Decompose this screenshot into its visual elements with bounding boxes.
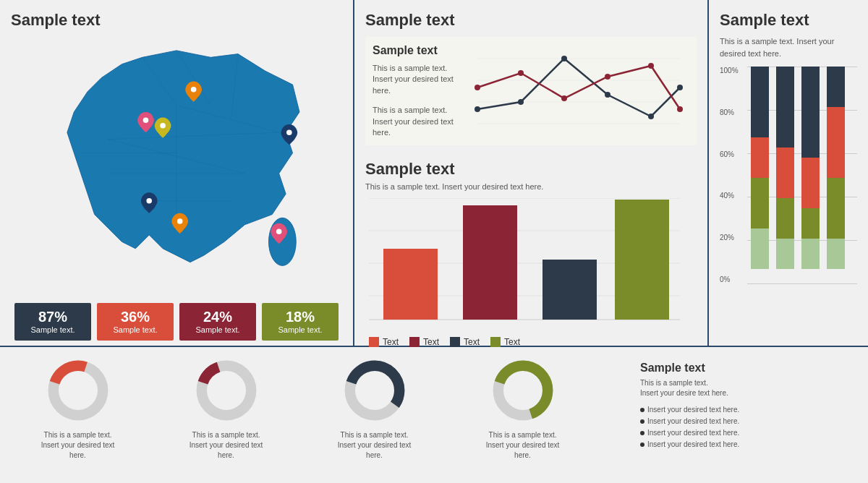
legend-label-2: Text [423, 337, 439, 347]
svg-rect-56 [776, 198, 794, 239]
donut-item-4: This is a sample text.Insert your desire… [456, 358, 590, 461]
svg-rect-47 [463, 205, 517, 320]
donut-text-3: This is a sample text.Insert your desire… [338, 430, 412, 461]
svg-point-22 [177, 218, 183, 224]
svg-point-40 [677, 106, 683, 112]
legend-dot-1 [369, 337, 379, 347]
bullet-2: Insert your desired text here. [640, 416, 850, 427]
bullet-1: Insert your desired text here. [640, 404, 850, 416]
donut-svg-1 [46, 358, 111, 423]
bullet-text-2: Insert your desired text here. [647, 416, 739, 427]
svg-rect-64 [827, 178, 845, 239]
right-panel: Sample text This is a sample text. Inser… [709, 0, 868, 346]
france-svg [32, 37, 321, 283]
svg-rect-57 [776, 239, 794, 269]
svg-point-12 [191, 87, 197, 93]
stat-percent-3: 24% [184, 309, 252, 325]
legend-label-4: Text [504, 337, 520, 347]
bullet-3: Insert your desired text here. [640, 427, 850, 439]
stat-percent-2: 36% [101, 309, 169, 325]
donut-svg-2 [194, 358, 259, 423]
svg-rect-58 [801, 67, 820, 158]
donut-item-3: This is a sample text.Insert your desire… [307, 358, 441, 461]
svg-point-29 [475, 106, 480, 112]
svg-rect-61 [801, 239, 820, 269]
bar-legend: Text Text Text Text [369, 337, 697, 347]
donut-svg-4 [490, 358, 556, 423]
svg-point-18 [286, 129, 292, 135]
y-label-100: 100% [720, 67, 739, 74]
svg-point-14 [143, 117, 149, 123]
line-chart-text2: This is a sample text. Insert your desir… [373, 105, 459, 138]
svg-rect-55 [776, 148, 794, 198]
stat-percent-1: 87% [19, 309, 87, 325]
line-chart-title: Sample text [373, 44, 459, 57]
bullet-dot-3 [640, 431, 644, 435]
legend-dot-2 [409, 337, 420, 347]
bottom-panel-desc: This is a sample text.Insert your desire… [640, 378, 850, 398]
right-title: Sample text [720, 11, 857, 30]
svg-point-35 [475, 85, 480, 90]
y-label-0: 0% [720, 275, 739, 283]
svg-rect-48 [542, 260, 597, 320]
line-chart-section: Sample text This is a sample text. Inser… [365, 37, 697, 145]
stat-label-2: Sample text. [101, 325, 169, 335]
svg-rect-65 [827, 239, 845, 269]
svg-rect-52 [751, 178, 769, 228]
bar-chart-section: Sample text This is a sample text. Inser… [365, 156, 697, 351]
svg-point-30 [518, 99, 524, 105]
line-chart-text1: This is a sample text. Insert your desir… [373, 63, 459, 96]
stat-box-4: 18% Sample text. [262, 303, 339, 341]
legend-2: Text [409, 337, 439, 347]
stat-label-3: Sample text. [184, 325, 252, 335]
legend-label-3: Text [464, 337, 480, 347]
svg-rect-62 [827, 67, 845, 107]
donut-text-1: This is a sample text.Insert your desire… [41, 430, 115, 461]
y-label-80: 80% [720, 108, 739, 116]
bullet-dot-4 [640, 443, 644, 447]
svg-point-37 [561, 95, 567, 101]
map-panel: Sample text [0, 0, 354, 346]
svg-rect-46 [383, 249, 438, 320]
middle-title: Sample text [365, 11, 697, 30]
right-text: This is a sample text. Insert your desir… [720, 35, 857, 59]
legend-1: Text [369, 337, 399, 347]
bottom-panel-title: Sample text [640, 362, 850, 375]
svg-point-36 [518, 70, 524, 76]
bottom-bullet-list: Insert your desired text here. Insert yo… [640, 404, 850, 450]
bullet-text-4: Insert your desired text here. [647, 439, 739, 450]
bar-chart-title: Sample text [365, 160, 697, 179]
svg-point-16 [160, 123, 166, 129]
legend-dot-4 [490, 337, 501, 347]
y-label-40: 40% [720, 192, 739, 200]
stat-label-1: Sample text. [19, 325, 87, 335]
svg-point-31 [561, 56, 567, 61]
france-map [32, 37, 321, 297]
legend-3: Text [450, 337, 480, 347]
svg-rect-50 [751, 67, 769, 137]
line-chart-svg [474, 44, 684, 131]
map-title: Sample text [11, 11, 342, 30]
bar-chart-desc: This is a sample text. Insert your desir… [365, 182, 697, 191]
stat-box-3: 24% Sample text. [179, 303, 256, 341]
svg-point-39 [648, 63, 654, 69]
svg-point-32 [605, 92, 610, 98]
svg-point-34 [677, 85, 683, 90]
bottom-section: This is a sample text.Insert your desire… [0, 347, 868, 483]
y-label-60: 60% [720, 150, 739, 158]
stat-box-1: 87% Sample text. [14, 303, 91, 341]
svg-rect-53 [751, 228, 769, 269]
legend-dot-3 [450, 337, 460, 347]
bullet-text-1: Insert your desired text here. [647, 404, 739, 416]
svg-point-24 [276, 228, 282, 234]
stat-percent-4: 18% [266, 309, 334, 325]
svg-rect-63 [827, 107, 845, 178]
stat-box-2: 36% Sample text. [97, 303, 174, 341]
stat-label-4: Sample text. [266, 325, 334, 335]
legend-label-1: Text [383, 337, 399, 347]
donut-item-1: This is a sample text.Insert your desire… [11, 358, 145, 461]
svg-rect-60 [801, 208, 820, 239]
svg-point-20 [146, 198, 152, 204]
svg-rect-49 [615, 200, 669, 320]
legend-4: Text [490, 337, 520, 347]
